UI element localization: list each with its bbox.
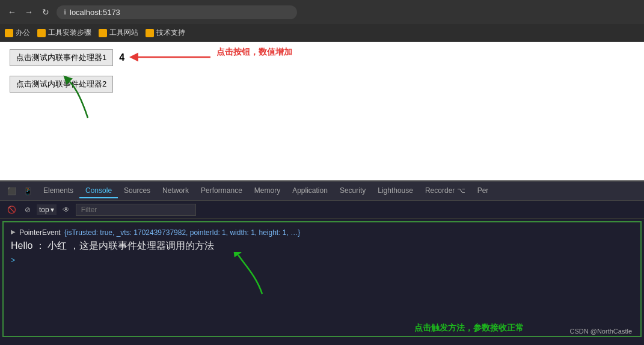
bookmark-label: 技术支持: [156, 28, 185, 38]
console-line-2: Hello ： 小红 ，这是内联事件处理器调用的方法: [11, 240, 633, 252]
console-toolbar: 🚫 ⊘ top ▾ 👁: [0, 201, 644, 219]
tab-per[interactable]: Per: [471, 184, 495, 198]
tab-elements[interactable]: Elements: [37, 184, 79, 198]
devtools-top-toolbar: ⬛ 📱 Elements Console Sources Network Per…: [0, 182, 644, 201]
page-content: 点击测试内联事件处理器1 4 点击按钮，数值增加 点击测试内联事件处理器2: [0, 42, 644, 180]
tab-memory[interactable]: Memory: [248, 184, 286, 198]
forward-button[interactable]: →: [23, 6, 35, 18]
folder-icon: [99, 29, 107, 37]
annotation-text3: 点击触发方法，参数接收正常: [414, 323, 524, 332]
arrow-annotation-console: [232, 252, 292, 300]
filter-icon[interactable]: ⊘: [22, 204, 33, 215]
device-icon[interactable]: 📱: [21, 186, 35, 197]
bookmark-tech-support[interactable]: 技术支持: [146, 28, 185, 38]
eye-icon[interactable]: 👁: [60, 204, 72, 215]
devtools-tabs: Elements Console Sources Network Perform…: [37, 184, 639, 198]
tab-security[interactable]: Security: [334, 184, 372, 198]
url-text: localhost:5173: [70, 8, 120, 17]
chevron-down-icon: ▾: [51, 206, 54, 214]
folder-icon: [146, 29, 154, 37]
browser-chrome: ← → ↻ ℹ localhost:5173 办公 工具安装步骤 工具网站 技术…: [0, 0, 644, 42]
address-bar[interactable]: ℹ localhost:5173: [57, 5, 297, 19]
pointer-event-value: {isTrusted: true, _vts: 1702439737982, p…: [64, 227, 300, 239]
tab-network[interactable]: Network: [156, 184, 195, 198]
counter-value: 4: [119, 52, 124, 63]
bottom-annotation: 点击触发方法，参数接收正常: [414, 322, 524, 334]
bookmark-label: 办公: [16, 28, 30, 38]
tab-performance[interactable]: Performance: [195, 184, 248, 198]
annotation-text1: 点击按钮，数值增加: [216, 47, 292, 58]
bookmark-tools-install[interactable]: 工具安装步骤: [37, 28, 91, 38]
folder-icon: [37, 29, 46, 37]
console-filter-input[interactable]: [76, 204, 196, 216]
counter-row: 点击测试内联事件处理器1 4 点击按钮，数值增加: [10, 49, 634, 66]
bookmark-label: 工具安装步骤: [48, 28, 91, 38]
inline-handler-btn1[interactable]: 点击测试内联事件处理器1: [10, 49, 113, 66]
tab-sources[interactable]: Sources: [118, 184, 156, 198]
console-prompt[interactable]: >: [11, 256, 633, 264]
back-button[interactable]: ←: [6, 6, 18, 18]
context-selector[interactable]: top ▾: [37, 204, 57, 215]
lock-icon: ℹ: [64, 8, 66, 16]
bookmark-label: 工具网站: [109, 28, 138, 38]
folder-icon: [5, 29, 13, 37]
tab-recorder[interactable]: Recorder ⌥: [419, 184, 471, 198]
context-label: top: [39, 206, 49, 214]
bookmark-tools-site[interactable]: 工具网站: [99, 28, 138, 38]
console-line-1: ▶ PointerEvent {isTrusted: true, _vts: 1…: [11, 227, 633, 239]
tab-lighthouse[interactable]: Lighthouse: [372, 184, 419, 198]
devtools-panel: ⬛ 📱 Elements Console Sources Network Per…: [0, 180, 644, 340]
clear-console-icon[interactable]: 🚫: [5, 204, 19, 215]
browser-nav: ← → ↻ ℹ localhost:5173: [0, 0, 644, 24]
tab-console[interactable]: Console: [79, 184, 118, 198]
console-output: ▶ PointerEvent {isTrusted: true, _vts: 1…: [2, 221, 642, 337]
tab-application[interactable]: Application: [286, 184, 334, 198]
arrow-annotation: [132, 48, 228, 66]
reload-button[interactable]: ↻: [40, 6, 52, 18]
btn2-row: 点击测试内联事件处理器2: [10, 76, 634, 93]
watermark: CSDN @NorthCastle: [570, 328, 632, 335]
expand-icon[interactable]: ▶: [11, 227, 16, 237]
arrow-up-annotation: [70, 82, 118, 124]
bookmarks-bar: 办公 工具安装步骤 工具网站 技术支持: [0, 24, 644, 42]
pointer-event-label: PointerEvent: [19, 227, 61, 239]
inspect-icon[interactable]: ⬛: [5, 186, 19, 197]
bookmark-office[interactable]: 办公: [5, 28, 30, 38]
